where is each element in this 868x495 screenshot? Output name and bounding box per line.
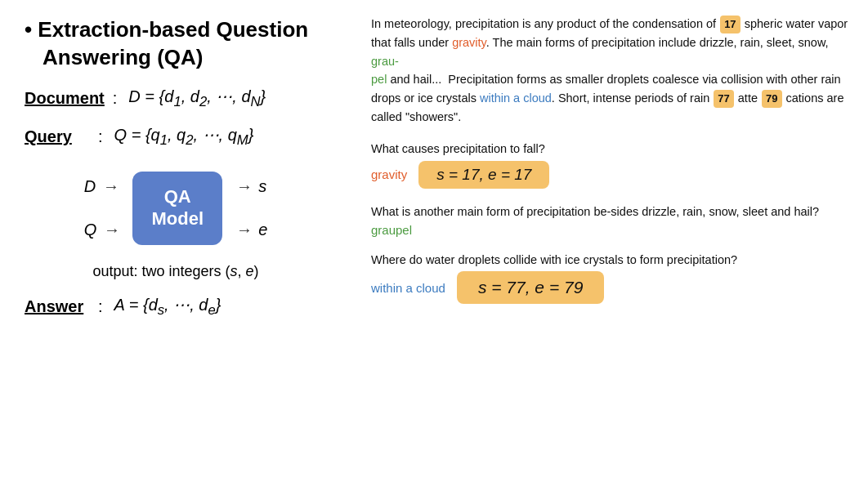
q1-answer-box: s = 17, e = 17 xyxy=(418,161,549,189)
q-input-row: Q → xyxy=(84,221,120,239)
d-input-row: D → xyxy=(84,177,120,196)
query-row: Query : Q = {q1, q2, ⋯, qM} xyxy=(25,125,327,149)
query-label: Query xyxy=(25,127,90,146)
d-symbol: D xyxy=(84,177,96,196)
diagram: D → Q → QAModel → s → e xyxy=(25,172,327,245)
d-arrow: → xyxy=(102,177,119,196)
qa-item-2: What is another main form of precipitati… xyxy=(371,203,848,237)
e-output-row: → e xyxy=(235,221,267,239)
qa-item-3: Where do water droplets collide with ice… xyxy=(371,252,848,304)
q-arrow: → xyxy=(103,221,119,239)
q1-answer-row: gravity s = 17, e = 17 xyxy=(371,161,848,189)
s-symbol: s xyxy=(258,177,266,196)
badge-79: 79 xyxy=(762,90,781,108)
document-row: Document : D = {d1, d2, ⋯, dN} xyxy=(25,87,327,110)
graupel-highlight: grau-pel xyxy=(371,55,399,86)
left-panel: Extraction-based Question Answering (QA)… xyxy=(0,0,351,495)
outputs-column: → s → e xyxy=(235,177,267,239)
q3-text: Where do water droplets collide with ice… xyxy=(371,252,848,268)
document-formula: D = {d1, d2, ⋯, dN} xyxy=(128,87,266,110)
within-cloud-highlight: within a cloud xyxy=(480,91,552,105)
qa-model-box: QAModel xyxy=(132,172,222,245)
query-formula: Q = {q1, q2, ⋯, qM} xyxy=(114,125,254,149)
passage-text: In meteorology, precipitation is any pro… xyxy=(371,15,848,126)
title-line2: Answering (QA) xyxy=(43,45,203,69)
s-arrow: → xyxy=(235,177,252,196)
q2-answer-row: graupel xyxy=(371,223,848,237)
answer-label: Answer xyxy=(25,297,90,316)
section-title: Extraction-based Question Answering (QA) xyxy=(25,16,327,72)
gravity-highlight: gravity xyxy=(452,36,486,49)
right-panel: In meteorology, precipitation is any pro… xyxy=(351,0,868,495)
document-label: Document xyxy=(25,89,105,108)
q2-answer-word: graupel xyxy=(371,223,412,237)
q1-answer-word: gravity xyxy=(371,167,407,181)
q-symbol: Q xyxy=(84,221,97,239)
qa-item-1: What causes precipitation to fall? gravi… xyxy=(371,140,848,188)
s-output-row: → s xyxy=(235,177,267,196)
answer-formula: A = {ds, ⋯, de} xyxy=(114,295,221,319)
q3-answer-box: s = 77, e = 79 xyxy=(457,271,604,304)
output-description: output: two integers (s, e) xyxy=(25,263,327,280)
inputs-column: D → Q → xyxy=(84,177,120,239)
q3-answer-row: within a cloud s = 77, e = 79 xyxy=(371,271,848,304)
e-symbol: e xyxy=(258,221,267,239)
badge-17: 17 xyxy=(720,16,740,33)
qa-box-text: QAModel xyxy=(151,186,204,230)
answer-row: Answer : A = {ds, ⋯, de} xyxy=(25,295,327,319)
q2-text: What is another main form of precipitati… xyxy=(371,203,848,220)
e-arrow: → xyxy=(235,221,252,239)
q3-answer-word: within a cloud xyxy=(371,281,445,295)
q1-text: What causes precipitation to fall? xyxy=(371,140,848,157)
title-line1: Extraction-based Question xyxy=(38,17,308,42)
badge-77: 77 xyxy=(714,90,733,108)
